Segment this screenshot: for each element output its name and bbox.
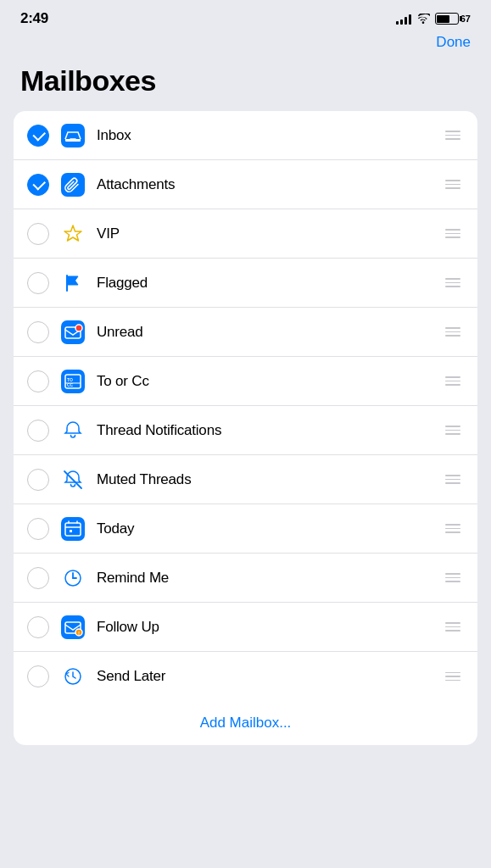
icon-tocc: TO CC — [59, 368, 86, 395]
drag-handle-thread-notifications[interactable] — [442, 422, 464, 438]
drag-handle-flagged[interactable] — [442, 275, 464, 291]
list-item-vip: VIP — [14, 209, 477, 259]
label-inbox: Inbox — [97, 127, 432, 144]
list-item-inbox: Inbox — [14, 111, 477, 160]
label-today: Today — [97, 520, 432, 537]
list-item-muted-threads: Muted Threads — [14, 455, 477, 504]
checkbox-muted-threads[interactable] — [27, 469, 49, 491]
checkbox-flagged[interactable] — [27, 272, 49, 294]
list-item-to-or-cc: TO CC To or Cc — [14, 357, 477, 406]
icon-vip — [59, 220, 86, 248]
checkbox-to-or-cc[interactable] — [27, 370, 49, 392]
list-item-thread-notifications: Thread Notifications — [14, 406, 477, 455]
page-title-container: Mailboxes — [0, 58, 491, 111]
label-unread: Unread — [97, 324, 432, 341]
svg-text:!: ! — [78, 631, 80, 636]
checkbox-send-later[interactable] — [27, 665, 49, 687]
wifi-icon — [416, 14, 430, 24]
list-item-follow-up: ! Follow Up — [14, 603, 477, 652]
icon-thread-notifications — [59, 417, 86, 444]
label-remind-me: Remind Me — [97, 570, 432, 587]
svg-rect-0 — [61, 124, 85, 147]
svg-rect-2 — [61, 320, 85, 344]
list-item-attachments: Attachments — [14, 160, 477, 209]
label-vip: VIP — [97, 225, 432, 242]
drag-handle-send-later[interactable] — [442, 669, 464, 685]
mailboxes-list: Inbox Attachments VIP Flagged Unread TO … — [14, 111, 477, 701]
signal-icon — [396, 13, 411, 25]
label-muted-threads: Muted Threads — [97, 471, 432, 488]
icon-send-later — [59, 663, 86, 690]
svg-rect-11 — [61, 517, 85, 541]
checkbox-vip[interactable] — [27, 223, 49, 245]
checkbox-today[interactable] — [27, 518, 49, 540]
icon-inbox — [59, 122, 86, 149]
status-bar: 2:49 67 — [0, 0, 491, 31]
icon-today — [59, 515, 86, 542]
svg-rect-16 — [70, 530, 72, 532]
icon-unread — [59, 319, 86, 346]
icon-muted-threads — [59, 466, 86, 493]
svg-point-4 — [75, 325, 82, 331]
list-item-flagged: Flagged — [14, 259, 477, 308]
label-send-later: Send Later — [97, 668, 432, 685]
mailboxes-card: Inbox Attachments VIP Flagged Unread TO … — [14, 111, 477, 745]
list-item-today: Today — [14, 504, 477, 554]
icon-flagged — [59, 270, 86, 297]
icon-attachments — [59, 171, 86, 198]
drag-handle-follow-up[interactable] — [442, 619, 464, 635]
checkbox-remind-me[interactable] — [27, 567, 49, 589]
checkbox-follow-up[interactable] — [27, 616, 49, 638]
label-follow-up: Follow Up — [97, 619, 432, 636]
drag-handle-to-or-cc[interactable] — [442, 373, 464, 389]
icon-remind-me — [59, 565, 86, 592]
add-mailbox-container: Add Mailbox... — [14, 701, 477, 745]
add-mailbox-button[interactable]: Add Mailbox... — [200, 715, 292, 732]
drag-handle-remind-me[interactable] — [442, 570, 464, 586]
drag-handle-today[interactable] — [442, 520, 464, 537]
done-button[interactable]: Done — [436, 34, 471, 51]
page-title: Mailboxes — [20, 64, 471, 97]
icon-follow-up: ! — [59, 614, 86, 641]
checkbox-attachments[interactable] — [27, 174, 49, 196]
checkbox-inbox[interactable] — [27, 125, 49, 147]
label-thread-notifications: Thread Notifications — [97, 422, 432, 439]
status-time: 2:49 — [20, 10, 48, 27]
label-to-or-cc: To or Cc — [97, 373, 432, 390]
drag-handle-attachments[interactable] — [442, 176, 464, 192]
label-flagged: Flagged — [97, 275, 432, 292]
navigation-header: Done — [0, 31, 491, 58]
list-item-send-later: Send Later — [14, 652, 477, 701]
drag-handle-muted-threads[interactable] — [442, 471, 464, 487]
drag-handle-unread[interactable] — [442, 324, 464, 340]
list-item-remind-me: Remind Me — [14, 554, 477, 603]
status-icons: 67 — [396, 13, 471, 25]
label-attachments: Attachments — [97, 176, 432, 193]
drag-handle-vip[interactable] — [442, 225, 464, 242]
list-item-unread: Unread — [14, 308, 477, 357]
checkbox-thread-notifications[interactable] — [27, 420, 49, 442]
svg-rect-5 — [61, 370, 85, 393]
battery-icon: 67 — [435, 13, 471, 25]
svg-rect-1 — [61, 173, 85, 197]
drag-handle-inbox[interactable] — [442, 127, 464, 143]
checkbox-unread[interactable] — [27, 321, 49, 343]
